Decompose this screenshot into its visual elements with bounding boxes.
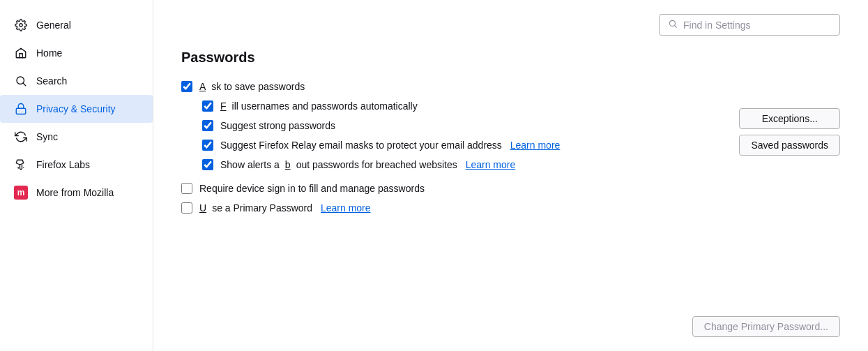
primary-password-row: Use a Primary Password Learn more	[181, 198, 840, 218]
home-icon	[14, 46, 28, 60]
svg-point-1	[17, 77, 24, 84]
device-sign-in-row: Require device sign in to fill and manag…	[181, 179, 840, 198]
device-sign-in-label[interactable]: Require device sign in to fill and manag…	[199, 183, 425, 194]
sidebar-item-sync[interactable]: Sync	[0, 123, 153, 151]
sidebar-item-label: More from Mozilla	[36, 187, 114, 198]
show-alerts-row: Show alerts about passwords for breached…	[202, 155, 840, 174]
sidebar-item-label: Firefox Labs	[36, 159, 90, 170]
sync-icon	[14, 130, 28, 144]
device-sign-in-checkbox[interactable]	[181, 183, 192, 194]
sidebar-item-label: Privacy & Security	[36, 103, 116, 114]
sidebar-item-home[interactable]: Home	[0, 39, 153, 67]
sidebar-item-privacy-security[interactable]: Privacy & Security	[0, 95, 153, 123]
svg-point-0	[20, 24, 23, 27]
firefox-relay-checkbox[interactable]	[202, 140, 213, 151]
change-primary-password-area: Change Primary Password...	[692, 316, 840, 337]
sidebar-item-more-from-mozilla[interactable]: m More from Mozilla	[0, 179, 153, 207]
find-in-settings-box	[659, 14, 840, 36]
svg-point-4	[17, 167, 19, 168]
ask-save-row: Ask to save passwords	[181, 77, 840, 96]
sidebar-item-label: General	[36, 20, 71, 31]
fill-auto-label[interactable]: Fill usernames and passwords automatical…	[220, 100, 418, 112]
find-in-settings-input[interactable]	[683, 20, 831, 31]
ask-save-checkbox[interactable]	[181, 81, 192, 92]
main-content: Passwords Ask to save passwords Fill use…	[153, 0, 868, 351]
show-alerts-checkbox[interactable]	[202, 159, 213, 170]
suggest-strong-checkbox[interactable]	[202, 120, 213, 131]
sidebar-item-general[interactable]: General	[0, 11, 153, 39]
primary-password-label[interactable]: Use a Primary Password Learn more	[199, 202, 371, 214]
search-icon	[14, 74, 28, 88]
sidebar-item-label: Search	[36, 75, 67, 87]
sidebar-item-search[interactable]: Search	[0, 67, 153, 95]
show-alerts-label[interactable]: Show alerts about passwords for breached…	[220, 159, 515, 170]
saved-passwords-button[interactable]: Saved passwords	[739, 135, 840, 156]
firefox-relay-learn-more[interactable]: Learn more	[510, 140, 561, 151]
gear-icon	[14, 18, 28, 32]
suggest-strong-label[interactable]: Suggest strong passwords	[220, 120, 335, 131]
svg-rect-3	[16, 108, 26, 114]
show-alerts-learn-more[interactable]: Learn more	[466, 159, 516, 170]
lab-icon	[14, 158, 28, 172]
change-primary-password-button[interactable]: Change Primary Password...	[692, 316, 840, 337]
firefox-relay-label[interactable]: Suggest Firefox Relay email masks to pro…	[220, 140, 560, 151]
primary-password-learn-more[interactable]: Learn more	[321, 202, 371, 214]
sidebar: General Home Search Privacy & Secur	[0, 0, 153, 351]
mozilla-icon: m	[14, 186, 28, 200]
sidebar-item-label: Home	[36, 47, 62, 59]
section-title: Passwords	[181, 50, 840, 66]
lock-icon	[14, 102, 28, 116]
sidebar-item-firefox-labs[interactable]: Firefox Labs	[0, 151, 153, 179]
find-in-settings-wrapper	[181, 14, 840, 36]
svg-line-2	[23, 83, 25, 85]
ask-save-label[interactable]: Ask to save passwords	[199, 81, 305, 92]
svg-point-5	[23, 167, 24, 168]
svg-point-6	[669, 20, 675, 26]
right-buttons-area: Exceptions... Saved passwords	[739, 108, 840, 156]
svg-line-7	[675, 26, 677, 28]
primary-password-checkbox[interactable]	[181, 202, 192, 214]
search-icon	[668, 19, 678, 31]
exceptions-button[interactable]: Exceptions...	[739, 108, 840, 129]
fill-auto-checkbox[interactable]	[202, 100, 213, 112]
sidebar-item-label: Sync	[36, 131, 58, 142]
